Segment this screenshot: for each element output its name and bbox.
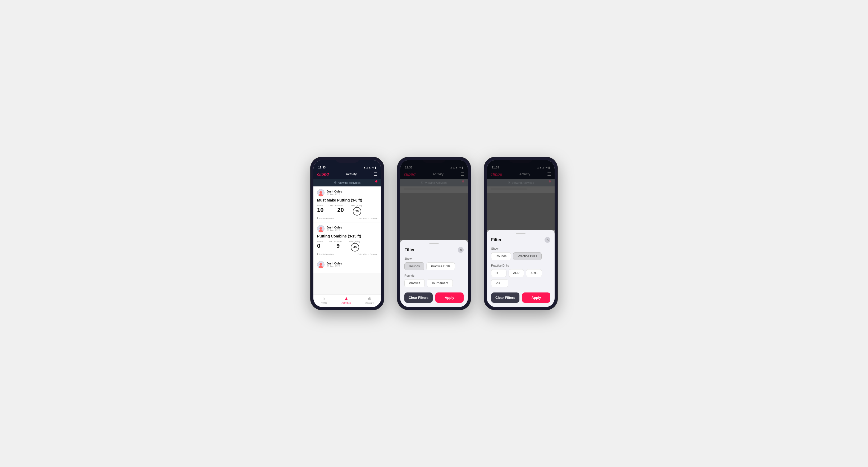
modal-close-2[interactable]: ✕: [458, 247, 464, 253]
filter-btn-arg-3[interactable]: ARG: [526, 269, 542, 277]
menu-icon-1[interactable]: ☰: [374, 172, 377, 177]
show-label-2: Show: [404, 257, 464, 260]
modal-handle-3: [516, 233, 526, 234]
signal-icon-1: ▲▲▲: [363, 166, 371, 169]
phone-3: 11:33 ▲▲▲ ∿ ▮ clippd Activity ☰ ⚙ Viewin…: [484, 157, 558, 310]
user-meta-2: Josh Coles 28 Feb 2023: [327, 226, 342, 232]
quality-badge-2: 45: [351, 243, 359, 251]
drills-label-3: Practice Drills: [491, 264, 550, 267]
quality-badge-1: 75: [353, 207, 361, 216]
out-of-1: OUT OF: [329, 205, 336, 207]
quality-group-2: Shot Quality 45: [348, 240, 360, 251]
activities-icon: ♟: [344, 296, 348, 301]
clear-filters-btn-3[interactable]: Clear Filters: [491, 292, 520, 303]
home-icon: ⌂: [323, 296, 325, 301]
notch-1: [335, 157, 359, 163]
user-date-2: 28 Feb 2023: [327, 229, 342, 232]
nav-capture[interactable]: ⊕ Capture: [366, 296, 374, 304]
data-source-1: Data: Clippd Capture: [358, 217, 377, 219]
nav-activities[interactable]: ♟ Activities: [341, 296, 351, 304]
filter-btn-drills-2[interactable]: Practice Drills: [426, 262, 455, 270]
show-label-3: Show: [491, 247, 550, 250]
nav-title-1: Activity: [346, 172, 357, 176]
data-source-2: Data: Clippd Capture: [358, 253, 377, 255]
avatar-2: [317, 225, 324, 232]
modal-close-3[interactable]: ✕: [545, 237, 550, 243]
card-title-2: Putting Combine (3-15 ft): [317, 234, 377, 238]
phone-2: 11:33 ▲▲▲ ∿ ▮ clippd Activity ☰ ⚙ Viewin…: [397, 157, 471, 310]
score-group-1: Score 10: [317, 205, 323, 213]
content-1: Josh Coles 28 Feb 2023 ··· Must Make Put…: [313, 186, 381, 294]
capture-icon: ⊕: [368, 296, 371, 301]
quality-label-1: Shot Quality: [351, 205, 362, 207]
user-info-3: Josh Coles 28 Feb 2023: [317, 261, 342, 269]
user-name-3: Josh Coles: [327, 262, 342, 265]
card-title-1: Must Make Putting (3-6 ft): [317, 198, 377, 202]
modal-footer-3: Clear Filters Apply: [491, 292, 550, 303]
drills-buttons-3: OTT APP ARG PUTT: [491, 269, 550, 287]
more-menu-1[interactable]: ···: [374, 191, 377, 195]
filter-btn-putt-3[interactable]: PUTT: [491, 279, 508, 287]
modal-header-3: Filter ✕: [491, 237, 550, 243]
score-group-2: Score 0: [317, 240, 323, 249]
filter-btn-drills-3[interactable]: Practice Drills: [513, 252, 541, 260]
filter-modal-2: Filter ✕ Show Rounds Practice Drills Rou…: [400, 160, 468, 307]
card-footer-2: ℹ Test Information Data: Clippd Capture: [317, 253, 377, 255]
nav-home[interactable]: ⌂ Home: [320, 296, 327, 304]
score-value-1: 10: [317, 207, 323, 213]
filter-btn-ott-3[interactable]: OTT: [491, 269, 506, 277]
card-header-2: Josh Coles 28 Feb 2023 ···: [317, 225, 377, 232]
modal-title-3: Filter: [491, 238, 501, 242]
modal-header-2: Filter ✕: [404, 247, 464, 253]
activity-card-2: Josh Coles 28 Feb 2023 ··· Putting Combi…: [313, 222, 381, 258]
filter-btn-rounds-2[interactable]: Rounds: [404, 262, 424, 270]
filter-btn-rounds-3[interactable]: Rounds: [491, 252, 511, 260]
rounds-buttons-2: Practice Tournament: [404, 279, 464, 287]
phones-container: 11:33 ▲▲▲ ∿ ▮ clippd Activity ☰ ⚙ Viewin…: [310, 157, 558, 310]
score-value-2: 0: [317, 243, 320, 249]
modal-sheet-2: Filter ✕ Show Rounds Practice Drills Rou…: [400, 240, 468, 307]
filter-modal-3: Filter ✕ Show Rounds Practice Drills Pra…: [487, 160, 555, 307]
viewing-label-1: Viewing Activities: [338, 181, 361, 184]
user-info-1: Josh Coles 28 Feb 2023: [317, 189, 342, 196]
modal-footer-2: Clear Filters Apply: [404, 292, 464, 303]
modal-handle-2: [429, 243, 439, 244]
user-name-1: Josh Coles: [327, 190, 342, 193]
quality-group-1: Shot Quality 75: [351, 205, 362, 216]
filter-btn-app-3[interactable]: APP: [508, 269, 524, 277]
modal-backdrop-2[interactable]: [400, 160, 468, 240]
filter-btn-tournament-2[interactable]: Tournament: [427, 279, 453, 287]
bottom-nav-1: ⌂ Home ♟ Activities ⊕ Capture: [313, 294, 381, 307]
apply-btn-2[interactable]: Apply: [435, 292, 464, 303]
home-label: Home: [320, 302, 327, 304]
modal-title-2: Filter: [404, 248, 415, 252]
filter-btn-practice-2[interactable]: Practice: [404, 279, 425, 287]
card-footer-1: ℹ Test Information Data: Clippd Capture: [317, 217, 377, 219]
phone-3-screen: 11:33 ▲▲▲ ∿ ▮ clippd Activity ☰ ⚙ Viewin…: [487, 160, 555, 307]
nav-bar-1: clippd Activity ☰: [313, 170, 381, 179]
clear-filters-btn-2[interactable]: Clear Filters: [404, 292, 433, 303]
notification-dot-1: [375, 180, 377, 183]
modal-backdrop-3[interactable]: [487, 160, 555, 230]
test-info-1[interactable]: ℹ Test Information: [317, 217, 334, 219]
viewing-bar-1[interactable]: ⚙ Viewing Activities: [313, 179, 381, 186]
filter-icon-1: ⚙: [334, 181, 337, 184]
out-of-2: OUT OF: [328, 240, 336, 243]
more-menu-3[interactable]: ···: [374, 262, 377, 267]
phone-1: 11:33 ▲▲▲ ∿ ▮ clippd Activity ☰ ⚙ Viewin…: [310, 157, 384, 310]
logo-1: clippd: [317, 172, 329, 176]
phone-2-screen: 11:33 ▲▲▲ ∿ ▮ clippd Activity ☰ ⚙ Viewin…: [400, 160, 468, 307]
stats-row-2: Score 0 OUT OF Shots 9 Shot Quality 45: [317, 240, 377, 251]
activity-card-1: Josh Coles 28 Feb 2023 ··· Must Make Put…: [313, 186, 381, 222]
user-date-3: 28 Feb 2023: [327, 265, 342, 268]
apply-btn-3[interactable]: Apply: [522, 292, 550, 303]
user-name-2: Josh Coles: [327, 226, 342, 229]
avatar-1: [317, 189, 324, 196]
test-info-2[interactable]: ℹ Test Information: [317, 253, 334, 255]
activity-card-3: Josh Coles 28 Feb 2023 ···: [313, 258, 381, 273]
show-buttons-3: Rounds Practice Drills: [491, 252, 550, 260]
time-1: 11:33: [318, 166, 326, 169]
stats-row-1: Score 10 OUT OF Shots 20 Shot Quality 75: [317, 205, 377, 216]
shots-value-1: 20: [338, 207, 344, 213]
more-menu-2[interactable]: ···: [374, 227, 377, 231]
